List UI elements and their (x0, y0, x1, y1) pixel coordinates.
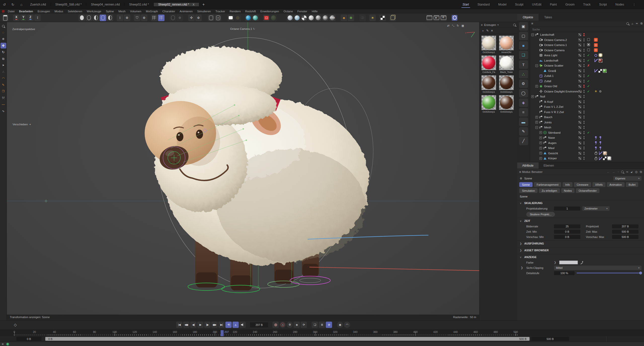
color-swatch[interactable] (559, 261, 578, 264)
menu-hilfe[interactable]: Hilfe (309, 10, 320, 13)
timeline-mode-button[interactable]: ◉ (337, 322, 343, 328)
goto-end-button[interactable]: ▶| (218, 322, 225, 328)
expand-toggle-icon[interactable]: + (539, 152, 542, 155)
enabled-state-icon[interactable]: ✓ (586, 131, 590, 134)
visibility-dots[interactable] (583, 152, 585, 155)
material-sphere-checker-icon[interactable] (301, 15, 307, 21)
camera-tag[interactable] (594, 38, 598, 42)
goto-start-button[interactable]: |◀ (176, 322, 182, 328)
menu-erweiterungen[interactable]: Erweiterungen (258, 10, 281, 13)
material-thumbnail[interactable] (499, 75, 514, 90)
layout-tab-uvedit[interactable]: UVEdit (528, 0, 546, 9)
popout-icon[interactable]: ⧉ (640, 22, 642, 25)
settings-tag[interactable]: ⚙ (598, 89, 602, 93)
object-row[interactable]: Octane Camera.2 (530, 37, 644, 43)
daylight-icon[interactable]: ☀ (369, 15, 376, 21)
menu-redshift[interactable]: Redshift (243, 10, 258, 13)
unit-dropdown[interactable]: Zentimeter▾ (582, 206, 610, 211)
render-movie-settings-icon[interactable]: ⚙ (440, 15, 447, 21)
view-label[interactable]: Zentralperspektive (12, 28, 35, 31)
delete-material-icon[interactable]: ✕ (491, 29, 493, 32)
material-menu-icon[interactable]: ≡ (481, 23, 482, 26)
detail-level-slider[interactable] (577, 273, 641, 273)
time-field[interactable]: 500 B (612, 235, 638, 239)
tool-spline-smooth[interactable]: ◠ (1, 75, 6, 81)
chip-nodes[interactable]: Nodes (561, 188, 575, 193)
undo-icon[interactable]: ↺ (0, 0, 9, 9)
object-row[interactable]: Octane Camera.1 (530, 42, 644, 48)
workplane-settings-icon[interactable]: ⚙ (124, 15, 130, 21)
mode-polygons-icon[interactable] (100, 15, 106, 21)
texture-checker-icon[interactable] (379, 15, 386, 21)
add-material-icon[interactable]: ＋ (481, 29, 484, 33)
document-tab[interactable]: Sheep02_rennen.c4d *X (154, 3, 199, 6)
workplane-icon[interactable]: ⟟ (117, 15, 123, 21)
attribute-tab-attribute[interactable]: Attribute (517, 162, 539, 169)
filter-icon[interactable]: ≂ (636, 22, 638, 25)
current-frame-field[interactable]: 207 B (250, 322, 268, 327)
search-icon[interactable] (626, 22, 629, 25)
visibility-dots[interactable] (583, 141, 585, 144)
visibility-dots[interactable] (583, 33, 585, 36)
material-blend-icon[interactable]: BLEND (329, 15, 336, 21)
attribute-tab-ebenen[interactable]: Ebenen (539, 162, 559, 169)
edit-toggle-icon[interactable] (578, 126, 581, 129)
visibility-dots[interactable] (583, 136, 585, 139)
create-selection-frame-icon[interactable]: ▣ (519, 22, 528, 31)
object-row[interactable]: +Null (530, 94, 644, 99)
chip-bullet[interactable]: Bullet (626, 182, 638, 187)
layout-tab-sculpt[interactable]: Sculpt (511, 0, 528, 9)
layout-tab-paint[interactable]: Paint (546, 0, 561, 9)
section-header[interactable]: ❯ASSET BROWSER (517, 247, 644, 253)
next-key-button[interactable]: ◆▶ (211, 322, 218, 328)
octane-live-viewer-icon[interactable] (263, 15, 270, 21)
material-item[interactable]: OctGlossy1 (499, 75, 514, 93)
object-search-input[interactable] (532, 28, 583, 31)
material-create-menu[interactable]: Erzeugen (484, 23, 496, 26)
prev-frame-button[interactable]: ◀| (190, 322, 196, 328)
create-paint-brush-icon[interactable]: ✎ (519, 127, 528, 136)
status-menu-icon[interactable]: ≡ (2, 342, 4, 346)
object-row[interactable]: Zufall✓ (530, 79, 644, 84)
phong-tag[interactable] (598, 151, 602, 155)
key-filter-button[interactable]: ⊘ (326, 322, 332, 328)
menu-mesh[interactable]: Mesh (116, 10, 128, 13)
visibility-dots[interactable] (583, 121, 585, 124)
playhead[interactable] (221, 330, 224, 336)
camera-label[interactable]: Octane Camera.1 ↻ (230, 27, 255, 31)
expand-toggle-icon[interactable]: + (539, 131, 542, 134)
enabled-state-icon[interactable] (586, 48, 590, 52)
attribute-menu-modus[interactable]: Modus (522, 170, 531, 173)
axis-z-button[interactable]: Z (27, 15, 34, 21)
scatter-tree-icon[interactable]: ❋ (348, 15, 354, 21)
material-sphere-2-icon[interactable] (294, 15, 300, 21)
menu-selektieren[interactable]: Selektieren (65, 10, 85, 13)
target-icon[interactable]: ◎ (635, 170, 637, 174)
menu-mograph[interactable]: MoGraph (144, 10, 160, 13)
edit-toggle-icon[interactable] (578, 141, 581, 144)
asset-files-icon[interactable] (389, 15, 396, 21)
menu-volumen[interactable]: Volumen (128, 10, 144, 13)
material-tag[interactable] (603, 151, 607, 155)
view-clipping-dropdown[interactable]: Mittel▾ (554, 266, 641, 270)
detail-level-field[interactable]: 100 % (554, 271, 575, 275)
range-end-field[interactable]: 500 B (531, 337, 569, 341)
visibility-dots[interactable] (583, 157, 585, 160)
object-row[interactable]: Zufall.1✓ (530, 73, 644, 79)
range-slider[interactable]: 0 B 500 B (45, 337, 530, 341)
tool-search[interactable] (1, 23, 6, 29)
key-rotation-button[interactable]: ⟳ (301, 322, 307, 328)
lock-icon[interactable]: 🔓︎ (631, 170, 633, 174)
material-thumbnail[interactable] (481, 56, 496, 70)
menu-modus[interactable]: Modus (52, 10, 66, 13)
tool-select-move[interactable]: ➤ (1, 62, 6, 68)
menu-tracker[interactable]: Tracker (213, 10, 227, 13)
visibility-dots[interactable] (583, 80, 585, 83)
project-scale-field[interactable]: 1 (554, 207, 580, 211)
mode-edges-icon[interactable] (93, 15, 99, 21)
layout-tab-nodes[interactable]: Nodes (611, 0, 628, 9)
tool-move[interactable]: ✥ (1, 43, 6, 48)
material-item[interactable]: OctGlossy1 (499, 95, 514, 113)
chip-cineware[interactable]: Cineware (574, 182, 591, 187)
enabled-state-icon[interactable]: ✓ (586, 84, 590, 88)
